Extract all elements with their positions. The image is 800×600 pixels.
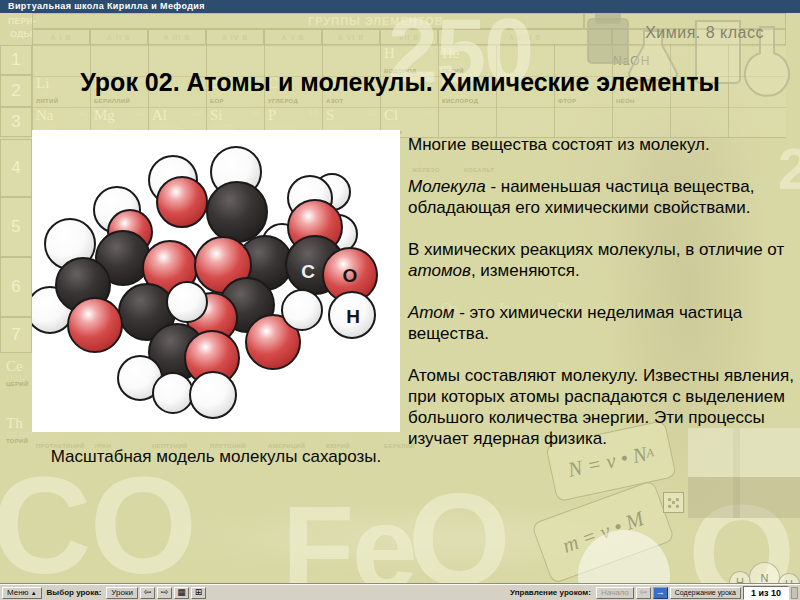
carbon-label: C (301, 261, 315, 282)
arrow-right-icon: → (656, 588, 665, 597)
period-number-cell: 5 (0, 197, 32, 257)
window-titlebar: Виртуальная школа Кирилла и Мефодия (0, 0, 800, 13)
oxygen-label: O (343, 265, 358, 286)
menu-up-arrow-icon: ▲ (31, 590, 37, 596)
prev-lesson-button[interactable]: ⇦ (140, 587, 155, 599)
start-button[interactable]: Начало (596, 587, 634, 599)
lesson-control-label: Управление уроком: (507, 588, 594, 597)
layout-view-button[interactable]: ⊞ (191, 587, 206, 599)
app-window: Виртуальная школа Кирилла и Мефодия ПЕРИ… (0, 0, 800, 600)
molecule-image-panel: C O H (32, 130, 400, 432)
group-header-cell: А IV В (206, 29, 264, 45)
layout-icon: ⊞ (195, 588, 203, 597)
sucrose-molecule-image: C O H (32, 130, 400, 432)
lesson-contents-button[interactable]: Содержание урока (670, 587, 741, 599)
toolbar-left-group: Меню ▲ Выбор урока: Уроки ⇦ ⇨ ▦ ⊞ (0, 587, 206, 599)
periods-label-2: ОДЫ (10, 29, 32, 39)
lesson-text: Многие вещества состоят из молекул.Молек… (408, 134, 800, 470)
ornament-stamp-icon (663, 492, 684, 513)
paragraph: Многие вещества состоят из молекул. (408, 134, 800, 155)
group-header-cell: А I В (32, 29, 90, 45)
page-counter: 1 из 10 (743, 586, 789, 600)
group-header-cell: А VI В (322, 29, 380, 45)
paragraph: Атом - это химически неделимая частица в… (408, 302, 800, 344)
lessons-button[interactable]: Уроки (106, 587, 138, 599)
watermark-glyph: CO (0, 463, 195, 587)
arrow-left-icon: ⇦ (144, 588, 152, 597)
lesson-select-label: Выбор урока: (44, 588, 105, 597)
bottom-toolbar: Меню ▲ Выбор урока: Уроки ⇦ ⇨ ▦ ⊞ Управл… (0, 584, 800, 600)
course-label: Химия. 8 класс (645, 24, 764, 42)
grid-icon: ▦ (177, 588, 186, 597)
image-caption: Масштабная модель молекулы сахарозы. (32, 447, 400, 467)
step-back-button[interactable]: ⇦ (636, 587, 651, 599)
menu-button[interactable]: Меню ▲ (2, 587, 42, 599)
next-lesson-button[interactable]: ⇨ (157, 587, 172, 599)
toolbar-right-group: Управление уроком: Начало ⇦ → Содержание… (507, 586, 800, 600)
period-number-cell: 6 (0, 257, 32, 317)
group-header-cell: А II В (90, 29, 148, 45)
watermark-glyph: O (408, 481, 509, 600)
paragraph: Молекула - наименьшая частица вещества, … (408, 176, 800, 218)
page-title: Урок 02. Атомы и молекулы. Химические эл… (0, 68, 800, 97)
hydrogen-label: H (346, 306, 360, 327)
toolbar-endcap (791, 587, 798, 599)
group-header-cell: А III В (148, 29, 206, 45)
period-number-cell: 7 (0, 317, 32, 353)
step-forward-button[interactable]: → (653, 587, 668, 599)
group-header-cell: А V В (264, 29, 322, 45)
arrow-right-icon: ⇨ (161, 588, 169, 597)
arrow-left-icon: ⇦ (640, 588, 648, 597)
paragraph: Атомы составляют молекулу. Известны явле… (408, 365, 800, 449)
paragraph: В химических реакциях молекулы, в отличи… (408, 239, 800, 281)
period-number-cell: 3 (0, 107, 32, 137)
period-number-cell: 4 (0, 139, 32, 197)
window-title: Виртуальная школа Кирилла и Мефодия (8, 1, 205, 11)
grid-view-button[interactable]: ▦ (174, 587, 189, 599)
